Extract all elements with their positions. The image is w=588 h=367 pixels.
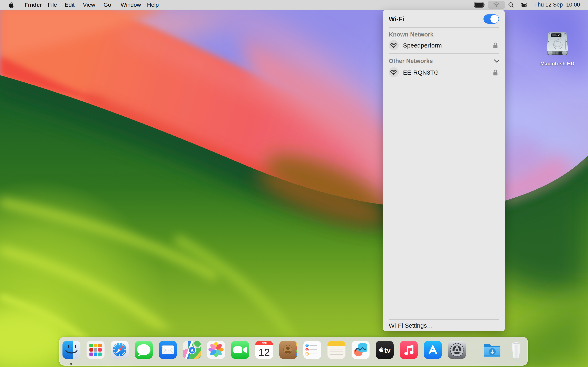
svg-text:tv: tv: [384, 346, 390, 354]
svg-text:SEP: SEP: [261, 342, 267, 345]
svg-text:12: 12: [259, 347, 270, 358]
